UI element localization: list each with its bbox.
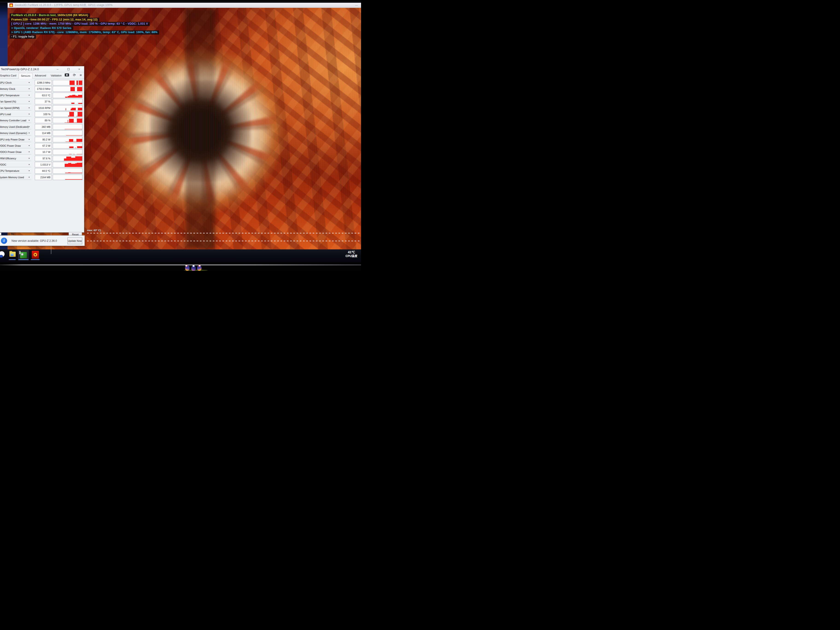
sensor-label: GPU Temperature <box>0 94 19 97</box>
temp-graph-dashed-line-bottom <box>87 241 361 241</box>
sensor-value: 1516 RPM <box>35 105 52 111</box>
close-button[interactable]: × <box>77 67 82 71</box>
sensor-graph <box>53 168 82 174</box>
sensor-label: VRM Efficiency <box>0 157 16 160</box>
sensor-row: Memory Used (Dynamic)▼114 MB <box>0 130 84 136</box>
sensor-graph <box>53 93 82 98</box>
sensor-value: 37 % <box>35 99 52 104</box>
temp-graph-max-label: max: 63° C) <box>87 229 101 232</box>
tab-sensors[interactable]: Sensors <box>19 73 32 79</box>
sensor-graph <box>53 137 82 142</box>
chevron-down-icon[interactable]: ▼ <box>28 145 30 147</box>
sensor-graph <box>53 118 82 123</box>
sensor-label-cell[interactable]: CPU Temperature▼ <box>0 168 31 174</box>
tab-graphics-card[interactable]: Graphics Card <box>0 73 19 78</box>
log-to-file-row[interactable]: Log to file <box>0 232 14 235</box>
monitor-photo: Geeks3D FurMark v1.20.8.0 - 12FPS, GPU1 … <box>0 0 361 271</box>
sensor-label: GPU only Power Draw <box>0 138 24 141</box>
sensor-graph <box>53 175 82 180</box>
sensor-row: Fan Speed (RPM)▼1516 RPM <box>0 105 84 111</box>
bezel-highlight-line <box>0 265 361 265</box>
gpuz-window: TechPowerUp GPU-Z 2.24.0 – × Graphics Ca… <box>0 66 84 232</box>
sensor-label: Memory Used (Dedicated) <box>0 125 28 128</box>
osd-line-renderer: > OpenGL renderer: Radeon RX 570 Series <box>9 26 73 30</box>
chevron-down-icon[interactable]: ▼ <box>28 139 30 140</box>
chevron-down-icon[interactable]: ▼ <box>28 151 30 153</box>
sensor-label-cell[interactable]: Fan Speed (RPM)▼ <box>0 106 31 111</box>
sensor-label-cell[interactable]: VDDC▼ <box>0 162 31 167</box>
osd-line-help: - F1: toggle help <box>9 35 36 39</box>
minimize-button[interactable]: – <box>55 67 60 71</box>
sensor-row: GPU Load▼100 % <box>0 111 84 117</box>
maximize-button[interactable] <box>66 67 71 71</box>
chevron-down-icon[interactable]: ▼ <box>28 126 30 128</box>
sensor-value: 382 MB <box>35 124 52 129</box>
sensor-value: 1286.0 MHz <box>35 80 52 85</box>
sensor-label-cell[interactable]: GPU Load▼ <box>0 112 31 117</box>
sensor-value: 44.0 °C <box>35 168 52 174</box>
sensor-label-cell[interactable]: Memory Controller Load▼ <box>0 118 31 123</box>
update-now-button[interactable]: Update Now <box>68 237 82 244</box>
sensor-label-cell[interactable]: Memory Used (Dynamic)▼ <box>0 131 31 136</box>
tab-advanced[interactable]: Advanced <box>32 73 48 78</box>
sensor-label-cell[interactable]: GPU only Power Draw▼ <box>0 137 31 142</box>
info-icon: i <box>1 238 7 244</box>
sensor-graph <box>53 99 82 104</box>
chevron-down-icon[interactable]: ▼ <box>28 120 30 121</box>
sensor-label-cell[interactable]: VDDC Power Draw▼ <box>0 143 31 148</box>
sensor-value: 1.0313 V <box>35 162 52 167</box>
sensor-label: VDDC Power Draw <box>0 144 21 147</box>
windows-search-icon[interactable] <box>0 251 5 257</box>
file-explorer-icon[interactable] <box>9 252 16 257</box>
sensor-label: VDDC <box>0 163 6 166</box>
sensor-label-cell[interactable]: Memory Used (Dedicated)▼ <box>0 124 31 129</box>
sensor-row: GPU Clock▼1286.0 MHz <box>0 80 84 86</box>
sensor-label: Memory Used (Dynamic) <box>0 132 27 134</box>
sensor-label-cell[interactable]: System Memory Used▼ <box>0 175 31 180</box>
chevron-down-icon[interactable]: ▼ <box>28 113 30 115</box>
log-to-file-checkbox[interactable] <box>0 232 2 235</box>
tab-validation[interactable]: Validation <box>48 73 64 78</box>
sensor-value: 63.0 °C <box>35 93 52 98</box>
sensor-label-cell[interactable]: VRM Efficiency▼ <box>0 156 31 161</box>
sensor-row: VDDC Power Draw▼67.2 W <box>0 143 84 149</box>
chevron-down-icon[interactable]: ▼ <box>28 107 30 109</box>
chevron-down-icon[interactable]: ▼ <box>28 132 30 134</box>
temp-graph-dashed-line-top <box>87 233 361 234</box>
gpuz-titlebar[interactable]: TechPowerUp GPU-Z 2.24.0 – × <box>0 66 84 72</box>
menu-icon[interactable]: ≡ <box>80 73 82 77</box>
furmark-taskbar-icon[interactable] <box>32 251 39 259</box>
gpuz-app-icon[interactable] <box>20 252 27 258</box>
running-indicator <box>31 259 39 260</box>
chevron-down-icon[interactable]: ▼ <box>28 82 30 84</box>
furmark-titlebar: Geeks3D FurMark v1.20.8.0 - 12FPS, GPU1 … <box>8 3 361 8</box>
sensor-row: Fan Speed (%)▼37 % <box>0 99 84 105</box>
running-indicator <box>9 259 16 260</box>
sensor-label-cell[interactable]: GPU Temperature▼ <box>0 93 31 98</box>
furmark-osd: FurMark v1.20.8.0 - Burn-in test, 1600x1… <box>9 13 159 39</box>
gpuz-taskbar-tile[interactable] <box>18 250 29 261</box>
sensor-label-cell[interactable]: VDDCI Power Draw▼ <box>0 150 31 155</box>
chevron-down-icon[interactable]: ▼ <box>28 88 30 90</box>
running-indicator <box>19 259 28 260</box>
screenshot-camera-icon[interactable] <box>65 73 69 76</box>
sensor-label-cell[interactable]: Fan Speed (%)▼ <box>0 99 31 104</box>
chevron-down-icon[interactable]: ▼ <box>28 95 30 96</box>
sensor-row: System Memory Used▼2164 MB <box>0 174 84 180</box>
osd-line-frames: Frames:329 - time:00:00:27 - FPS:12 (min… <box>9 18 99 22</box>
sensor-label-cell[interactable]: Memory Clock▼ <box>0 86 31 92</box>
sensor-label: VDDCI Power Draw <box>0 151 21 153</box>
chevron-down-icon[interactable]: ▼ <box>28 170 30 172</box>
chevron-down-icon[interactable]: ▼ <box>28 158 30 159</box>
sensor-row: VRM Efficiency▼97.6 % <box>0 155 84 162</box>
chevron-down-icon[interactable]: ▼ <box>28 176 30 178</box>
minimize-icon[interactable]: — <box>355 4 359 7</box>
refresh-icon[interactable]: ⟳ <box>73 73 76 77</box>
sensor-label: Fan Speed (RPM) <box>0 107 20 109</box>
sensor-label-cell[interactable]: GPU Clock▼ <box>0 80 31 85</box>
sensor-value: 114 MB <box>35 130 52 136</box>
cpu-temp-widget[interactable]: 41℃ CPU温度 <box>346 250 357 258</box>
chevron-down-icon[interactable]: ▼ <box>28 101 30 102</box>
log-to-file-label: Log to file <box>3 232 14 235</box>
chevron-down-icon[interactable]: ▼ <box>28 164 30 165</box>
